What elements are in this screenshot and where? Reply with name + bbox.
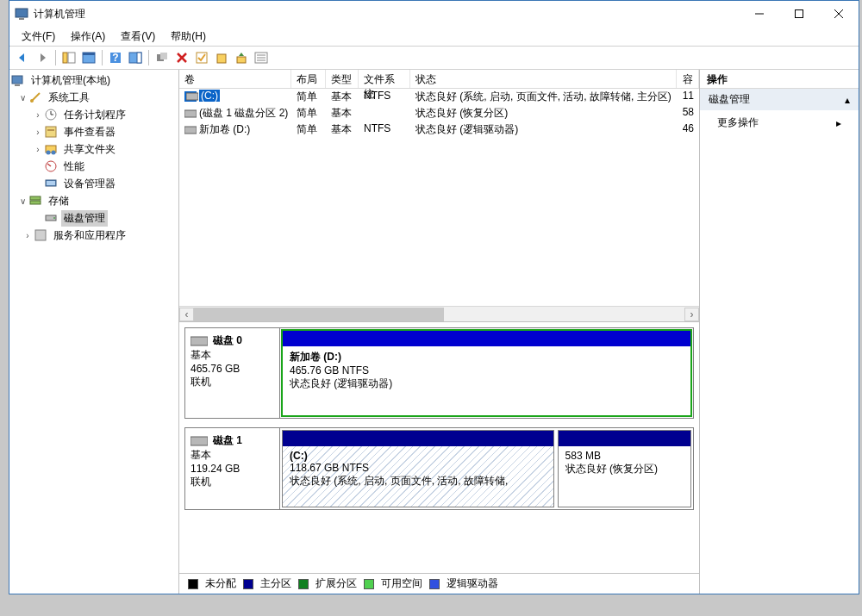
actions-header: 操作 <box>700 70 859 89</box>
clock-icon <box>44 108 58 121</box>
expand-icon[interactable]: › <box>32 145 44 154</box>
legend-logical-swatch <box>429 579 440 589</box>
collapse-icon[interactable]: ∨ <box>16 196 28 206</box>
minimize-button[interactable] <box>740 1 779 27</box>
storage-icon <box>28 194 42 208</box>
svg-rect-6 <box>63 53 67 63</box>
expand-icon[interactable]: › <box>22 231 34 240</box>
new-button[interactable] <box>212 48 231 67</box>
action-pane-button[interactable] <box>126 48 145 67</box>
tools-icon <box>28 90 42 104</box>
window-controls <box>740 1 859 27</box>
computer-icon <box>11 73 25 87</box>
refresh-button[interactable] <box>153 48 172 67</box>
list-button[interactable] <box>252 48 271 67</box>
help-button[interactable]: ? <box>106 48 125 67</box>
col-type[interactable]: 类型 <box>326 70 359 88</box>
expand-icon[interactable]: › <box>32 110 44 120</box>
actions-pane: 操作 磁盘管理 ▴ 更多操作 ▸ <box>700 70 859 594</box>
svg-rect-0 <box>16 9 28 17</box>
tree-root[interactable]: 计算机管理(本地) <box>9 72 178 89</box>
tree-services[interactable]: › 服务和应用程序 <box>9 227 178 244</box>
tree-event-viewer[interactable]: › 事件查看器 <box>9 123 178 140</box>
disk-icon <box>191 335 208 347</box>
volume-row[interactable]: 新加卷 (D:)简单基本NTFS状态良好 (逻辑驱动器)46 <box>179 121 699 138</box>
svg-rect-39 <box>30 196 41 200</box>
menubar: 文件(F) 操作(A) 查看(V) 帮助(H) <box>9 27 859 46</box>
scroll-left-icon[interactable]: ‹ <box>179 308 194 321</box>
col-layout[interactable]: 布局 <box>291 70 326 88</box>
svg-point-42 <box>53 217 55 219</box>
partition[interactable]: 583 MB状态良好 (恢复分区) <box>558 430 691 507</box>
svg-rect-48 <box>191 437 208 445</box>
disk-row[interactable]: 磁盘 0基本465.76 GB联机新加卷 (D:)465.76 GB NTFS状… <box>184 327 694 419</box>
actions-more[interactable]: 更多操作 ▸ <box>700 110 859 135</box>
properties-button[interactable] <box>79 48 98 67</box>
svg-rect-47 <box>191 337 208 345</box>
disk-graphical-pane[interactable]: 磁盘 0基本465.76 GB联机新加卷 (D:)465.76 GB NTFS状… <box>179 321 699 573</box>
back-button[interactable] <box>13 48 32 67</box>
col-status[interactable]: 状态 <box>410 70 677 88</box>
menu-help[interactable]: 帮助(H) <box>164 28 213 46</box>
legend-primary-swatch <box>243 579 253 589</box>
titlebar[interactable]: 计算机管理 <box>9 1 859 27</box>
delete-button[interactable] <box>172 48 191 67</box>
actions-section-diskmgmt[interactable]: 磁盘管理 ▴ <box>700 89 859 110</box>
check-button[interactable] <box>192 48 211 67</box>
collapse-icon[interactable]: ∨ <box>16 93 28 103</box>
tree-performance[interactable]: 性能 <box>9 158 178 175</box>
volume-header[interactable]: 卷 布局 类型 文件系统 状态 容 <box>179 70 699 89</box>
perf-icon <box>44 159 58 173</box>
partition[interactable]: (C:)118.67 GB NTFS状态良好 (系统, 启动, 页面文件, 活动… <box>282 430 554 507</box>
legend: 未分配 主分区 扩展分区 可用空间 逻辑驱动器 <box>179 573 699 594</box>
tree-device-manager[interactable]: 设备管理器 <box>9 175 178 192</box>
scroll-right-icon[interactable]: › <box>684 308 699 321</box>
tree-pane[interactable]: 计算机管理(本地) ∨ 系统工具 › 任务计划程序 › 事件查看器 › 共享文件… <box>9 70 179 594</box>
share-icon <box>44 142 58 156</box>
legend-free-swatch <box>364 579 374 589</box>
tree-task-scheduler[interactable]: › 任务计划程序 <box>9 106 178 123</box>
svg-rect-44 <box>186 93 198 100</box>
toolbar: ? <box>9 46 859 70</box>
svg-rect-20 <box>237 57 246 63</box>
computer-management-window: 计算机管理 文件(F) 操作(A) 查看(V) 帮助(H) ? <box>9 0 859 594</box>
col-volume[interactable]: 卷 <box>179 70 291 88</box>
up-button[interactable] <box>232 48 251 67</box>
svg-rect-15 <box>160 53 167 59</box>
forward-button[interactable] <box>33 48 52 67</box>
services-icon <box>34 228 47 242</box>
volume-icon <box>184 91 197 102</box>
tree-sys-tools[interactable]: ∨ 系统工具 <box>9 89 178 106</box>
partition[interactable]: 新加卷 (D:)465.76 GB NTFS状态良好 (逻辑驱动器) <box>281 329 692 417</box>
maximize-button[interactable] <box>779 1 819 27</box>
app-icon <box>15 7 28 21</box>
svg-rect-26 <box>15 84 20 86</box>
menu-action[interactable]: 操作(A) <box>64 28 112 46</box>
svg-rect-43 <box>35 230 46 240</box>
svg-rect-9 <box>83 53 95 55</box>
expand-icon[interactable]: › <box>32 128 44 137</box>
menu-file[interactable]: 文件(F) <box>15 28 62 46</box>
col-filesystem[interactable]: 文件系统 <box>359 70 410 88</box>
legend-ext-swatch <box>298 579 309 589</box>
collapse-arrow-icon: ▴ <box>845 94 850 106</box>
tree-storage[interactable]: ∨ 存储 <box>9 192 178 209</box>
disk-row[interactable]: 磁盘 1基本119.24 GB联机(C:)118.67 GB NTFS状态良好 … <box>184 427 694 510</box>
close-button[interactable] <box>819 1 859 27</box>
center-pane: 卷 布局 类型 文件系统 状态 容 (C:)简单基本NTFS状态良好 (系统, … <box>179 70 700 594</box>
tree-disk-management[interactable]: 磁盘管理 <box>9 209 178 227</box>
menu-view[interactable]: 查看(V) <box>114 28 162 46</box>
horizontal-scrollbar[interactable]: ‹ › <box>179 306 699 321</box>
volume-row[interactable]: (C:)简单基本NTFS状态良好 (系统, 启动, 页面文件, 活动, 故障转储… <box>179 89 699 105</box>
svg-rect-46 <box>184 127 197 134</box>
tree-shared-folders[interactable]: › 共享文件夹 <box>9 140 178 158</box>
col-capacity[interactable]: 容 <box>677 70 699 88</box>
svg-rect-3 <box>796 10 803 18</box>
volume-row[interactable]: (磁盘 1 磁盘分区 2)简单基本状态良好 (恢复分区)58 <box>179 105 699 121</box>
show-hide-tree-button[interactable] <box>59 48 78 67</box>
event-icon <box>44 125 58 139</box>
main-area: 计算机管理(本地) ∨ 系统工具 › 任务计划程序 › 事件查看器 › 共享文件… <box>9 70 859 594</box>
volume-list[interactable]: 卷 布局 类型 文件系统 状态 容 (C:)简单基本NTFS状态良好 (系统, … <box>179 70 699 321</box>
svg-rect-19 <box>217 54 226 63</box>
scroll-thumb[interactable] <box>194 308 444 321</box>
